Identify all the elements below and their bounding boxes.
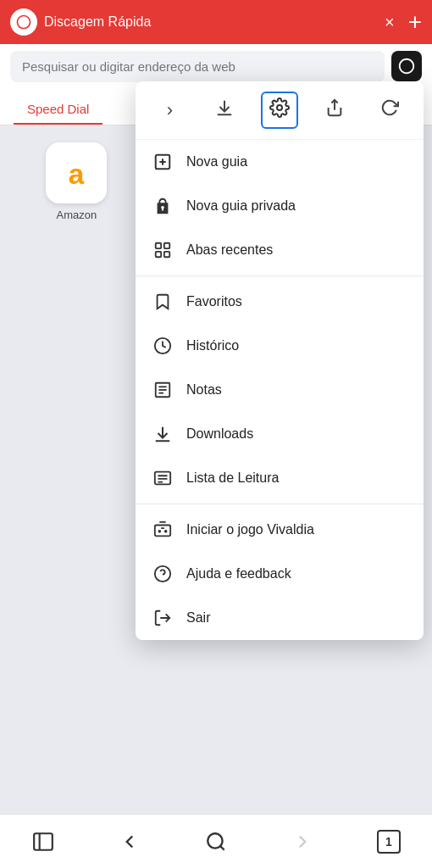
svg-point-7 xyxy=(277,105,282,110)
recent-tabs-icon xyxy=(152,240,173,260)
svg-text:a: a xyxy=(69,159,85,190)
bottom-nav: 1 xyxy=(0,814,432,868)
tab-speed-dial[interactable]: Speed Dial xyxy=(14,93,102,125)
share-icon xyxy=(325,98,344,122)
new-tab-button[interactable]: + xyxy=(408,8,422,36)
dial-label-amazon: Amazon xyxy=(56,209,97,221)
download-icon xyxy=(215,98,234,122)
dial-item-amazon[interactable]: a Amazon xyxy=(14,142,140,221)
svg-point-27 xyxy=(158,531,160,532)
menu-item-favorites-label: Favoritos xyxy=(186,294,242,309)
menu-item-history[interactable]: Histórico xyxy=(136,324,424,368)
svg-rect-16 xyxy=(164,252,169,257)
forward-button[interactable] xyxy=(282,821,323,862)
settings-icon xyxy=(269,97,290,123)
private-tab-icon xyxy=(152,196,173,216)
favorites-icon xyxy=(152,292,173,312)
divider-2 xyxy=(136,504,424,504)
menu-item-downloads[interactable]: Downloads xyxy=(136,412,424,456)
svg-point-28 xyxy=(165,531,167,532)
menu-item-recent-tabs[interactable]: Abas recentes xyxy=(136,228,424,272)
search-button[interactable] xyxy=(196,821,236,862)
menu-item-vivaldia-label: Iniciar o jogo Vivaldia xyxy=(186,522,314,537)
share-toolbar-btn[interactable] xyxy=(316,92,353,129)
downloads-icon xyxy=(152,424,173,444)
vivaldia-icon xyxy=(152,520,173,540)
menu-item-notes[interactable]: Notas xyxy=(136,368,424,412)
settings-toolbar-btn[interactable] xyxy=(261,92,298,129)
refresh-icon xyxy=(380,98,399,122)
new-tab-icon xyxy=(152,152,173,172)
tab-title: Discagem Rápida xyxy=(44,14,374,30)
svg-point-34 xyxy=(208,833,222,848)
menu-item-private-tab[interactable]: Nova guia privada xyxy=(136,184,424,228)
forward-icon: › xyxy=(167,99,173,121)
menu-item-downloads-label: Downloads xyxy=(186,426,253,442)
exit-icon xyxy=(152,608,173,628)
svg-rect-26 xyxy=(155,526,170,537)
address-input[interactable] xyxy=(10,51,385,82)
menu-item-help[interactable]: Ajuda e feedback xyxy=(136,552,424,596)
panel-button[interactable] xyxy=(23,821,64,862)
menu-item-favorites[interactable]: Favoritos xyxy=(136,280,424,324)
svg-rect-32 xyxy=(34,833,53,850)
refresh-toolbar-btn[interactable] xyxy=(371,92,408,129)
help-icon xyxy=(152,564,173,584)
download-toolbar-btn[interactable] xyxy=(206,92,243,129)
menu-toolbar: › xyxy=(136,81,424,140)
reading-list-icon xyxy=(152,468,173,488)
tabs-button[interactable]: 1 xyxy=(368,821,409,862)
vivaldi-badge[interactable] xyxy=(391,51,422,81)
notes-icon xyxy=(152,380,173,400)
menu-item-vivaldia[interactable]: Iniciar o jogo Vivaldia xyxy=(136,508,424,552)
menu-item-exit[interactable]: Sair xyxy=(136,596,424,640)
back-button[interactable] xyxy=(109,821,150,862)
menu-item-recent-tabs-label: Abas recentes xyxy=(186,242,273,258)
dropdown-menu: › xyxy=(136,81,424,640)
svg-rect-14 xyxy=(164,243,169,248)
vivaldi-logo xyxy=(10,8,37,36)
menu-item-help-label: Ajuda e feedback xyxy=(186,566,291,581)
svg-rect-13 xyxy=(156,243,161,248)
menu-item-private-tab-label: Nova guia privada xyxy=(186,198,296,214)
forward-toolbar-btn[interactable]: › xyxy=(151,92,188,129)
tab-close-button[interactable]: × xyxy=(381,9,398,36)
dial-icon-amazon: a xyxy=(46,142,107,203)
divider-1 xyxy=(136,275,424,276)
menu-item-exit-label: Sair xyxy=(186,610,210,626)
svg-rect-15 xyxy=(156,252,161,257)
menu-item-notes-label: Notas xyxy=(186,382,222,398)
svg-line-35 xyxy=(220,846,224,850)
menu-item-new-tab-label: Nova guia xyxy=(186,154,247,170)
history-icon xyxy=(152,336,173,356)
menu-item-reading-list[interactable]: Lista de Leitura xyxy=(136,456,424,500)
menu-item-reading-list-label: Lista de Leitura xyxy=(186,470,279,486)
menu-item-new-tab[interactable]: Nova guia xyxy=(136,140,424,184)
menu-item-history-label: Histórico xyxy=(186,338,239,353)
tabs-count: 1 xyxy=(377,830,401,854)
browser-topbar: Discagem Rápida × + xyxy=(0,0,432,44)
